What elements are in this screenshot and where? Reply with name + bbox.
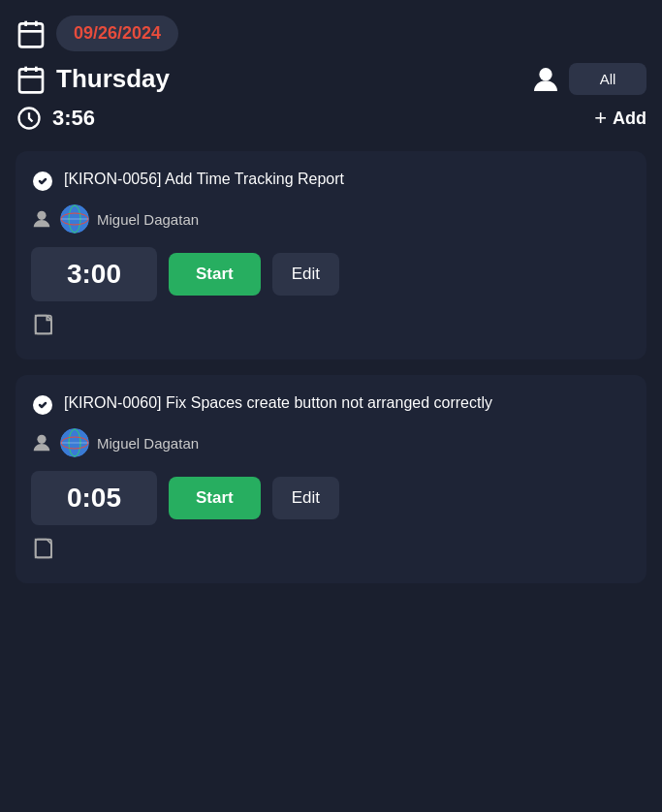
assignee-name-1: Miguel Dagatan	[97, 211, 199, 228]
task-title-row-2: [KIRON-0060] Fix Spaces create button no…	[31, 392, 631, 417]
avatar-1	[60, 204, 89, 234]
task-title-row-1: [KIRON-0056] Add Time Tracking Report	[31, 169, 631, 193]
task-title-2: [KIRON-0060] Fix Spaces create button no…	[64, 392, 492, 414]
timer-controls-2: 0:05 Start Edit	[31, 471, 631, 525]
edit-button-2[interactable]: Edit	[272, 477, 339, 519]
svg-rect-0	[19, 23, 43, 47]
note-icon-1	[31, 311, 58, 338]
start-button-2[interactable]: Start	[169, 477, 261, 519]
time-row: 3:56 + Add	[16, 105, 646, 132]
timer-controls-1: 3:00 Start Edit	[31, 247, 631, 301]
filter-all[interactable]: All	[569, 63, 646, 95]
add-button[interactable]: + Add	[594, 106, 646, 131]
assignee-icon-2	[31, 432, 52, 453]
task-card-2: [KIRON-0060] Fix Spaces create button no…	[16, 375, 646, 583]
check-circle-icon-2	[31, 393, 54, 417]
start-button-1[interactable]: Start	[169, 253, 261, 296]
day-label: Thursday	[56, 64, 530, 94]
add-plus-icon: +	[594, 106, 607, 131]
svg-point-11	[37, 211, 46, 220]
check-circle-icon-1	[31, 170, 54, 193]
calendar-icon	[16, 18, 47, 49]
svg-rect-4	[19, 69, 43, 92]
clock-icon	[16, 105, 43, 132]
user-filter[interactable]: All	[530, 63, 646, 95]
edit-button-1[interactable]: Edit	[272, 253, 339, 296]
svg-point-8	[539, 68, 552, 80]
timer-display-1: 3:00	[31, 247, 157, 301]
assignee-row-2: Miguel Dagatan	[31, 428, 631, 457]
date-row: 09/26/2024	[16, 16, 646, 51]
date-pill[interactable]: 09/26/2024	[56, 16, 178, 51]
task-list: [KIRON-0056] Add Time Tracking Report Mi…	[16, 151, 646, 583]
note-icon-2	[31, 535, 58, 562]
task-card-1: [KIRON-0056] Add Time Tracking Report Mi…	[16, 151, 646, 359]
day-row: Thursday All	[16, 63, 646, 95]
task-title-1: [KIRON-0056] Add Time Tracking Report	[64, 169, 344, 190]
add-label: Add	[613, 109, 646, 129]
assignee-icon-1	[31, 208, 52, 230]
timer-display-2: 0:05	[31, 471, 157, 525]
assignee-name-2: Miguel Dagatan	[97, 435, 199, 452]
svg-point-18	[37, 435, 46, 444]
calendar-small-icon	[16, 64, 47, 95]
user-filter-icon	[530, 64, 561, 95]
avatar-2	[60, 428, 89, 457]
assignee-row-1: Miguel Dagatan	[31, 204, 631, 234]
current-time: 3:56	[52, 106, 594, 131]
